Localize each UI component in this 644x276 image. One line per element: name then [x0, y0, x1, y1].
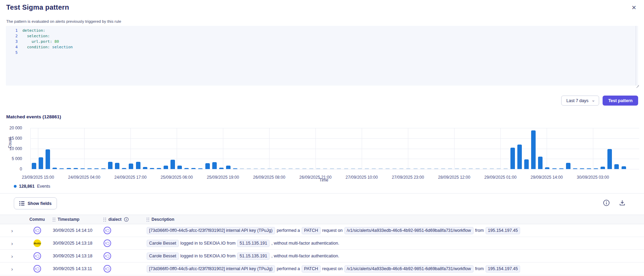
event-count-bar[interactable] [184, 168, 189, 169]
event-count-bar[interactable] [267, 168, 272, 169]
event-count-bar[interactable] [191, 168, 196, 169]
time-range-select[interactable]: Last 7 days ⌄ [561, 96, 599, 106]
event-count-bar[interactable] [177, 166, 182, 169]
event-count-bar[interactable] [490, 168, 494, 169]
event-count-bar[interactable] [337, 168, 341, 169]
event-count-bar[interactable] [247, 168, 251, 169]
event-count-bar[interactable] [455, 168, 459, 169]
event-count-bar[interactable] [136, 162, 140, 169]
event-count-bar[interactable] [101, 168, 106, 169]
event-count-bar[interactable] [164, 166, 168, 169]
event-count-bar[interactable] [205, 163, 210, 169]
event-count-bar[interactable] [59, 168, 64, 169]
event-count-bar[interactable] [566, 163, 570, 169]
event-count-bar[interactable] [226, 166, 231, 169]
event-count-bar[interactable] [497, 168, 501, 169]
event-count-bar[interactable] [559, 168, 564, 169]
event-count-bar[interactable] [39, 157, 43, 169]
event-count-bar[interactable] [379, 168, 383, 169]
column-header-commu[interactable]: Commu [24, 217, 50, 222]
event-count-bar[interactable] [67, 168, 71, 169]
event-count-bar[interactable] [198, 168, 203, 169]
test-pattern-button[interactable]: Test pattern [603, 96, 638, 106]
event-count-bar[interactable] [254, 168, 258, 169]
description-chip[interactable]: 195.154.197.45 [486, 227, 520, 234]
column-header-timestamp[interactable]: Timestamp [50, 217, 98, 222]
event-count-bar[interactable] [74, 168, 78, 169]
event-count-bar[interactable] [80, 168, 85, 169]
event-count-bar[interactable] [32, 163, 36, 169]
event-count-bar[interactable] [386, 168, 390, 169]
expand-row-icon[interactable]: › [11, 266, 13, 272]
event-count-bar[interactable] [372, 168, 376, 169]
event-count-bar[interactable] [344, 168, 348, 169]
event-count-bar[interactable] [594, 168, 598, 169]
description-chip[interactable]: [73d366f0-0ff0-44c5-afcc-f23f7f831902] i… [147, 227, 275, 234]
event-count-bar[interactable] [420, 168, 425, 169]
event-count-bar[interactable] [150, 168, 154, 169]
event-count-bar[interactable] [351, 168, 355, 169]
event-count-bar[interactable] [219, 168, 224, 169]
event-count-bar[interactable] [129, 164, 133, 169]
event-count-bar[interactable] [143, 167, 147, 169]
description-chip[interactable]: /v1/sic/alerts/4a933edb-46c6-4b92-9851-6… [344, 265, 474, 273]
event-count-bar[interactable] [573, 168, 577, 169]
event-count-bar[interactable] [309, 168, 313, 169]
event-count-bar[interactable] [517, 145, 522, 169]
event-count-bar[interactable] [170, 160, 175, 169]
expand-row-icon[interactable]: › [11, 254, 13, 259]
drag-handle-icon[interactable] [53, 218, 55, 221]
description-chip[interactable]: 51.15.135.191 [237, 240, 270, 247]
event-count-bar[interactable] [302, 168, 306, 169]
event-count-bar[interactable] [462, 168, 466, 169]
column-header-dialect[interactable]: dialect [98, 217, 147, 222]
event-count-bar[interactable] [601, 167, 605, 169]
event-count-bar[interactable] [295, 168, 300, 169]
event-count-bar[interactable] [157, 168, 161, 169]
event-count-bar[interactable] [469, 168, 473, 169]
event-count-bar[interactable] [233, 168, 237, 169]
event-count-bar[interactable] [212, 162, 217, 169]
expand-row-icon[interactable]: › [11, 241, 13, 246]
event-count-bar[interactable] [587, 168, 591, 169]
event-count-bar[interactable] [545, 167, 549, 169]
event-count-bar[interactable] [240, 168, 244, 169]
event-count-bar[interactable] [399, 168, 403, 169]
resize-grip-icon[interactable] [636, 84, 639, 88]
sigma-pattern-editor[interactable]: 1detection:2 selection:3 url.port: 804 c… [6, 26, 638, 86]
event-count-bar[interactable] [289, 168, 293, 169]
event-count-bar[interactable] [441, 168, 445, 169]
event-count-bar[interactable] [538, 157, 543, 169]
description-chip[interactable]: 51.15.135.191 [237, 253, 270, 260]
event-count-bar[interactable] [524, 159, 529, 169]
event-count-bar[interactable] [316, 168, 320, 169]
event-count-bar[interactable] [108, 162, 113, 169]
event-count-bar[interactable] [413, 168, 418, 169]
description-chip[interactable]: Carole Besset [147, 240, 179, 247]
event-count-bar[interactable] [552, 168, 557, 169]
drag-handle-icon[interactable] [147, 218, 149, 221]
event-count-bar[interactable] [275, 168, 279, 169]
event-count-bar[interactable] [392, 168, 397, 169]
event-count-bar[interactable] [330, 168, 334, 169]
event-count-bar[interactable] [115, 163, 119, 169]
description-chip[interactable]: [73d366f0-0ff0-44c5-afcc-f23f7f831902] i… [147, 265, 275, 273]
event-count-bar[interactable] [52, 168, 57, 169]
drag-handle-icon[interactable] [104, 218, 106, 221]
close-icon[interactable]: ✕ [630, 3, 638, 12]
event-count-bar[interactable] [504, 168, 508, 169]
column-header-description[interactable]: Description [147, 217, 644, 222]
event-count-bar[interactable] [427, 168, 431, 169]
event-count-bar[interactable] [46, 149, 50, 169]
event-count-bar[interactable] [365, 168, 369, 169]
event-count-bar[interactable] [434, 168, 438, 169]
editor-scrollbar[interactable] [636, 26, 636, 86]
description-chip[interactable]: PATCH [302, 265, 321, 273]
event-count-bar[interactable] [580, 168, 584, 169]
event-count-bar[interactable] [323, 168, 327, 169]
event-count-bar[interactable] [282, 168, 286, 169]
event-count-bar[interactable] [94, 168, 99, 169]
event-count-bar[interactable] [531, 130, 536, 169]
event-count-bar[interactable] [448, 168, 452, 169]
show-fields-button[interactable]: Show fields [14, 197, 57, 209]
